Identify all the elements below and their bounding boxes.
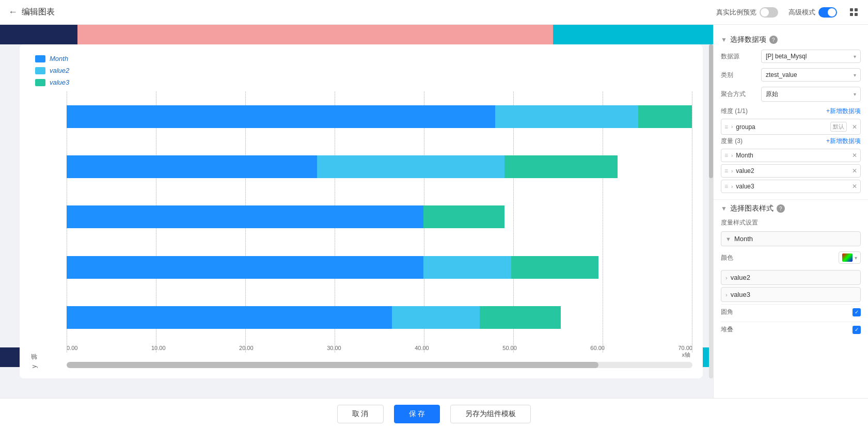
x-tick-1: 10.00 [151,345,166,351]
color-label: 颜色 [721,253,733,262]
measure-item-month[interactable]: ≡ › Month ✕ [721,149,861,162]
category-label: 类别 [721,71,757,80]
bar-seg-blue-4 [67,306,392,329]
bar-seg-teal-4 [480,306,561,329]
category-row: 类别 ztest_value ▾ [721,68,861,82]
preview-label: 真实比例预览 [716,8,756,17]
advanced-toggle[interactable] [818,7,837,18]
month-chevron-down: ▼ [725,236,731,242]
legend-item-month: Month [35,55,692,62]
bar-seg-blue-0 [67,105,495,128]
value2-style-item[interactable]: › value2 [721,270,861,285]
aggregate-row: 聚合方式 原始 ▾ [721,87,861,102]
save-button[interactable]: 保 存 [394,405,440,423]
measure-add-link[interactable]: +新增数据项 [826,137,861,146]
aggregate-arrow: ▾ [854,91,856,97]
measure-style-label: 度量样式设置 [721,218,861,227]
band-top-dark [0,25,77,44]
dimension-header-row: 维度 (1/1) +新增数据项 [721,107,861,116]
dimension-item-groupa[interactable]: ≡ › groupa 默认 ✕ [721,119,861,135]
chart-legend: Month value2 value3 [35,55,692,86]
scrollbar-thumb [709,44,713,178]
color-row: 颜色 ▾ [721,248,861,267]
measure-header-label: 度量 (3) [721,137,743,146]
stacked-checkbox[interactable]: ✓ [853,326,861,334]
bar-track-3 [67,256,692,279]
color-swatch [842,253,853,262]
style-section-chevron[interactable]: ▼ [721,205,727,212]
page-title: 编辑图表 [22,7,55,18]
rounded-checkbox[interactable]: ✓ [853,308,861,316]
dim-tag-groupa: 默认 [830,122,847,132]
datasource-select[interactable]: [P] beta_Mysql ▾ [761,50,861,63]
measure-name-month: Month [736,152,753,159]
preview-toggle[interactable] [760,7,778,18]
data-section-chevron[interactable]: ▼ [721,36,727,43]
measure-close-value3[interactable]: ✕ [852,183,857,190]
topbar-left: ← 编辑图表 [8,7,55,18]
x-tick-4: 40.00 [415,345,429,351]
band-top-pink [77,25,553,44]
bar-seg-teal-1 [504,155,617,178]
aggregate-value: 原始 [766,90,778,99]
measure-close-month[interactable]: ✕ [852,152,857,159]
data-section-help-icon[interactable]: ? [769,36,778,44]
chart-container: Month value2 value3 y轴 [20,44,703,378]
legend-color-month [35,55,45,62]
advanced-toggle-group: 高级模式 [788,7,837,18]
bar-track-1 [67,155,692,178]
x-tick-3: 30.00 [327,345,341,351]
main-area: Month value2 value3 y轴 [0,25,868,398]
grid-icon[interactable] [847,6,860,19]
value2-style-label: value2 [731,274,750,281]
style-section-header: ▼ 选择图表样式 ? [721,204,861,213]
legend-item-value3: value3 [35,78,692,86]
x-tick-6: 60.00 [590,345,605,351]
x-tick-5: 50.00 [502,345,517,351]
bar-seg-teal-0 [638,105,692,128]
stacked-row: 堆叠 ✓ [721,322,861,337]
cancel-button[interactable]: 取 消 [337,405,384,423]
value3-style-item[interactable]: › value3 [721,287,861,302]
x-tick-0: 0.00 [67,345,77,351]
bar-seg-blue-2 [67,205,423,228]
save-as-button[interactable]: 另存为组件模板 [450,405,531,423]
chart-inner: y轴 [30,91,692,368]
bar-track-0 [67,105,692,128]
bar-seg-cyan-3 [423,256,511,279]
datasource-arrow: ▾ [854,54,856,59]
bar-row-1: edp [67,151,692,182]
chevron-value2: › [731,168,733,174]
data-section-header: ▼ 选择数据项 ? [721,35,861,44]
bar-seg-teal-3 [511,256,599,279]
topbar: ← 编辑图表 真实比例预览 高级模式 [0,0,868,25]
chart-scrollbar[interactable] [67,362,692,368]
preview-toggle-group: 真实比例预览 [716,7,778,18]
aggregate-label: 聚合方式 [721,90,757,99]
data-section: ▼ 选择数据项 ? 数据源 [P] beta_Mysql ▾ 类别 ztest_… [714,31,868,200]
drag-icon-month: ≡ [724,152,728,159]
dimension-add-link[interactable]: +新增数据项 [826,107,861,116]
style-section-help-icon[interactable]: ? [777,204,785,213]
band-top-blue [553,25,713,44]
color-picker[interactable]: ▾ [839,251,861,264]
bar-row-3: apaas [67,252,692,283]
y-axis-label: y轴 [30,91,39,368]
aggregate-select[interactable]: 原始 ▾ [761,87,861,102]
measure-close-value2[interactable]: ✕ [852,167,857,174]
bar-seg-cyan-0 [495,105,638,128]
chart-vertical-scrollbar[interactable] [709,44,713,378]
value2-chevron-right: › [725,275,728,281]
category-select[interactable]: ztest_value ▾ [761,68,861,82]
legend-item-value2: value2 [35,67,692,74]
category-value: ztest_value [766,71,797,78]
measure-item-value2[interactable]: ≡ › value2 ✕ [721,164,861,178]
rounded-row: 圆角 ✓ [721,304,861,320]
dimension-header-label: 维度 (1/1) [721,107,748,116]
measure-item-value3[interactable]: ≡ › value3 ✕ [721,180,861,193]
back-button[interactable]: ← [8,7,18,18]
month-style-item[interactable]: ▼ Month [721,231,861,246]
legend-label-value2: value2 [50,67,69,74]
dim-close-groupa[interactable]: ✕ [852,123,857,131]
legend-color-value3 [35,79,45,86]
